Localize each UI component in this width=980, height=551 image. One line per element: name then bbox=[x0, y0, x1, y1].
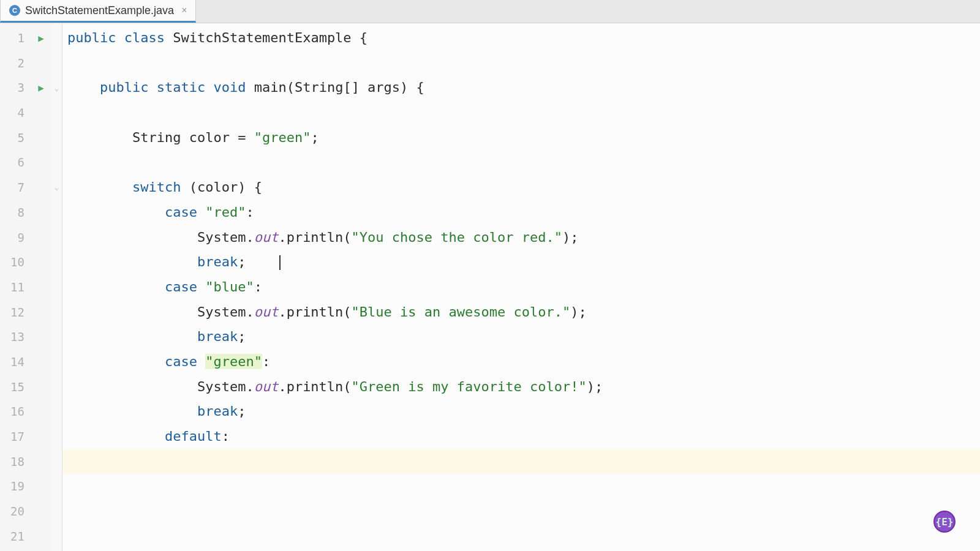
code-line[interactable]: default: bbox=[62, 424, 980, 449]
code-line[interactable]: public class SwitchStatementExample { bbox=[62, 26, 980, 51]
line-number[interactable]: 21 bbox=[0, 524, 31, 549]
brand-watermark-icon: {E} bbox=[933, 511, 956, 533]
code-line[interactable]: String color = "green"; bbox=[62, 126, 980, 151]
java-class-icon: C bbox=[9, 5, 20, 16]
line-number-gutter: 1 2 3 4 5 6 7 8 9 10 11 12 13 14 15 16 1… bbox=[0, 23, 31, 551]
tab-filename: SwitchStatementExample.java bbox=[25, 4, 174, 17]
line-number[interactable]: 16 bbox=[0, 399, 31, 424]
line-number[interactable]: 11 bbox=[0, 275, 31, 300]
line-number[interactable]: 15 bbox=[0, 375, 31, 400]
fold-icon[interactable]: ⌄ bbox=[55, 84, 59, 92]
code-editor[interactable]: public class SwitchStatementExample { pu… bbox=[62, 23, 980, 551]
fold-icon[interactable]: ⌄ bbox=[55, 183, 59, 192]
code-line[interactable]: System.out.println("Green is my favorite… bbox=[62, 375, 980, 400]
code-line[interactable]: case "green": bbox=[62, 350, 980, 375]
run-gutter: ▶ ▶ bbox=[31, 23, 51, 551]
code-line[interactable] bbox=[62, 100, 980, 126]
run-class-icon[interactable]: ▶ bbox=[38, 32, 44, 44]
fold-gutter: ⌄ ⌄ bbox=[51, 23, 62, 551]
code-line[interactable]: break; bbox=[62, 250, 980, 275]
line-number[interactable]: 8 bbox=[0, 200, 31, 225]
text-cursor bbox=[279, 255, 281, 270]
code-line[interactable]: public static void main(String[] args) { bbox=[62, 75, 980, 100]
code-line[interactable]: System.out.println("Blue is an awesome c… bbox=[62, 300, 980, 325]
line-number[interactable]: 17 bbox=[0, 424, 31, 449]
line-number[interactable]: 12 bbox=[0, 300, 31, 325]
line-number[interactable]: 13 bbox=[0, 324, 31, 350]
line-number[interactable]: 19 bbox=[0, 474, 31, 499]
line-number[interactable]: 18 bbox=[0, 449, 31, 474]
code-line[interactable]: System.out.println("You chose the color … bbox=[62, 225, 980, 250]
code-line[interactable] bbox=[62, 150, 980, 175]
line-number[interactable]: 4 bbox=[0, 100, 31, 126]
run-method-icon[interactable]: ▶ bbox=[38, 82, 44, 94]
line-number[interactable]: 1 bbox=[0, 26, 31, 51]
editor-area: 1 2 3 4 5 6 7 8 9 10 11 12 13 14 15 16 1… bbox=[0, 23, 980, 551]
file-tab[interactable]: C SwitchStatementExample.java × bbox=[0, 0, 196, 23]
code-line[interactable]: break; bbox=[62, 399, 980, 424]
line-number[interactable]: 5 bbox=[0, 126, 31, 151]
line-number[interactable]: 6 bbox=[0, 150, 31, 175]
line-number[interactable]: 20 bbox=[0, 499, 31, 524]
code-line[interactable]: break; bbox=[62, 324, 980, 350]
code-line[interactable]: switch (color) { bbox=[62, 175, 980, 200]
tab-bar: C SwitchStatementExample.java × bbox=[0, 0, 980, 23]
code-line[interactable]: case "blue": bbox=[62, 275, 980, 300]
line-number[interactable]: 3 bbox=[0, 75, 31, 100]
line-number[interactable]: 14 bbox=[0, 350, 31, 375]
code-line[interactable] bbox=[62, 524, 980, 549]
line-number[interactable]: 9 bbox=[0, 225, 31, 250]
close-icon[interactable]: × bbox=[181, 5, 187, 16]
line-number[interactable]: 10 bbox=[0, 250, 31, 275]
code-line[interactable] bbox=[62, 51, 980, 76]
code-line[interactable] bbox=[62, 474, 980, 499]
line-number[interactable]: 7 bbox=[0, 175, 31, 200]
code-line[interactable] bbox=[62, 499, 980, 524]
code-line-current[interactable] bbox=[62, 449, 980, 474]
line-number[interactable]: 2 bbox=[0, 51, 31, 76]
code-line[interactable]: case "red": bbox=[62, 200, 980, 225]
